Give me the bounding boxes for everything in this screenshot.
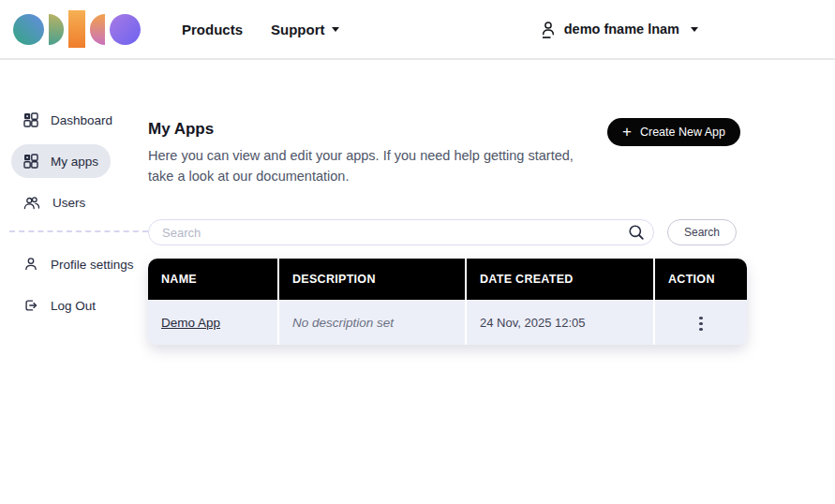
column-header-name: NAME [148, 259, 278, 300]
search-input[interactable] [148, 219, 654, 245]
apps-table-container: NAME DESCRIPTION DATE CREATED ACTION Dem… [148, 259, 747, 345]
nav-link-support[interactable]: Support [271, 22, 339, 37]
column-header-description: DESCRIPTION [278, 259, 466, 300]
person-icon [23, 257, 38, 272]
page-description-line: Here you can view and edit your apps. If… [148, 145, 574, 166]
brand-logo[interactable] [13, 10, 141, 48]
nav-link-products[interactable]: Products [182, 22, 243, 37]
logo-circle-purple-icon [110, 14, 141, 45]
app-root: Products Support demo fname lnam [0, 0, 835, 504]
magnifier-icon[interactable] [627, 223, 646, 242]
column-header-date-created: DATE CREATED [466, 259, 654, 300]
sidebar-item-label: My apps [51, 155, 98, 169]
sidebar-item-label: Profile settings [51, 258, 134, 272]
sidebar: Dashboard My apps Use [0, 60, 148, 345]
user-name: demo fname lnam [564, 22, 679, 37]
sidebar-item-my-apps[interactable]: My apps [11, 144, 111, 178]
app-description: No description set [292, 316, 394, 330]
page-description: Here you can view and edit your apps. If… [148, 145, 574, 186]
users-icon [23, 196, 40, 210]
sidebar-item-label: Log Out [51, 299, 96, 313]
sidebar-item-dashboard[interactable]: Dashboard [11, 103, 125, 137]
logout-icon [23, 298, 38, 313]
sidebar-item-log-out[interactable]: Log Out [11, 289, 108, 322]
search-field [148, 219, 654, 245]
search-button[interactable]: Search [667, 219, 737, 245]
table-header-row: NAME DESCRIPTION DATE CREATED ACTION [148, 259, 747, 300]
create-new-app-label: Create New App [640, 126, 725, 139]
grid-icon [23, 112, 38, 127]
plus-icon: + [622, 124, 632, 140]
nav-link-support-label: Support [271, 22, 325, 37]
nav-links: Products Support [182, 22, 339, 37]
logo-half-circle-right-icon [49, 14, 64, 45]
create-new-app-button[interactable]: + Create New App [607, 118, 740, 146]
caret-down-icon [332, 27, 339, 32]
sidebar-divider [9, 230, 148, 232]
top-navbar: Products Support demo fname lnam [0, 0, 835, 60]
app-date-created: 24 Nov, 2025 12:05 [480, 316, 586, 330]
apps-table: NAME DESCRIPTION DATE CREATED ACTION Dem… [148, 259, 747, 345]
sidebar-item-profile-settings[interactable]: Profile settings [11, 247, 146, 281]
kebab-menu-button[interactable] [690, 311, 711, 336]
logo-circle-teal-icon [13, 14, 44, 45]
search-row: Search [148, 219, 747, 245]
sidebar-item-label: Dashboard [51, 113, 112, 127]
kebab-icon [699, 317, 702, 319]
logo-half-circle-left-icon [90, 14, 105, 45]
page-layout: Dashboard My apps Use [0, 60, 835, 345]
table-row: Demo App No description set 24 Nov, 2025… [148, 300, 747, 345]
column-header-action: ACTION [654, 259, 747, 300]
page-title: My Apps [148, 118, 574, 141]
app-name-link[interactable]: Demo App [161, 316, 220, 330]
page-description-line: take a look at our documentation. [148, 166, 574, 186]
page-header: My Apps Here you can view and edit your … [148, 118, 747, 186]
grid-icon [23, 154, 38, 169]
sidebar-item-label: Users [52, 196, 85, 210]
sidebar-item-users[interactable]: Users [11, 185, 97, 219]
logo-bar-icon [68, 10, 85, 48]
user-menu[interactable]: demo fname lnam [540, 20, 698, 38]
person-icon [540, 20, 557, 38]
main-content: My Apps Here you can view and edit your … [148, 60, 747, 345]
caret-down-icon [691, 27, 698, 32]
